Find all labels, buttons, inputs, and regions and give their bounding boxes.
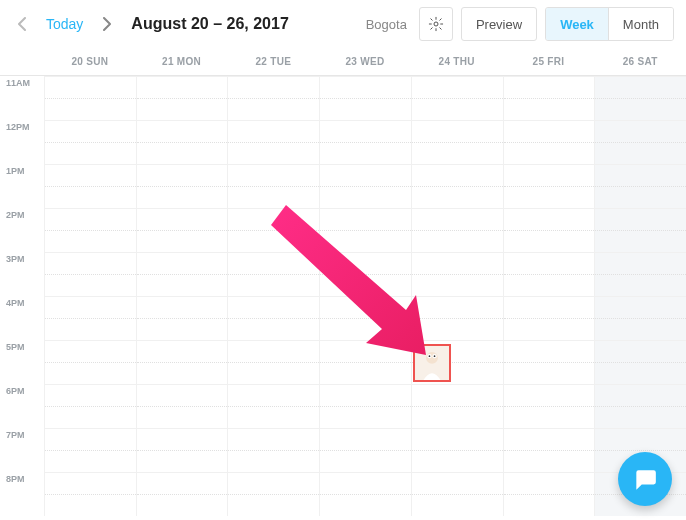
grid-cell[interactable] (44, 472, 136, 516)
grid-cell[interactable] (136, 252, 228, 296)
grid-cell[interactable] (411, 472, 503, 516)
grid-cell[interactable] (594, 164, 686, 208)
grid-cell[interactable] (136, 428, 228, 472)
grid-cell[interactable] (503, 120, 595, 164)
grid-cell[interactable] (411, 164, 503, 208)
grid-cell[interactable] (594, 208, 686, 252)
grid-cell[interactable] (44, 76, 136, 120)
avatar (415, 346, 449, 380)
grid-cell[interactable] (319, 340, 411, 384)
grid-cell[interactable] (594, 76, 686, 120)
grid-cell[interactable] (319, 120, 411, 164)
grid-cell[interactable] (503, 428, 595, 472)
grid-cell[interactable] (136, 208, 228, 252)
grid-cell[interactable] (227, 252, 319, 296)
grid-cell[interactable] (503, 164, 595, 208)
day-header-row: 20 SUN21 MON22 TUE23 WED24 THU25 FRI26 S… (0, 48, 686, 76)
grid-cell[interactable] (319, 164, 411, 208)
today-button[interactable]: Today (40, 16, 89, 32)
grid-cell[interactable] (227, 472, 319, 516)
grid-cell[interactable] (594, 340, 686, 384)
time-label: 3PM (0, 252, 44, 296)
grid-cell[interactable] (136, 76, 228, 120)
svg-point-6 (434, 355, 436, 357)
grid-cell[interactable] (44, 120, 136, 164)
grid-cell[interactable] (319, 296, 411, 340)
preview-button[interactable]: Preview (461, 7, 537, 41)
time-label: 6PM (0, 384, 44, 428)
day-header-cell: 23 WED (319, 48, 411, 75)
day-header-cell: 20 SUN (44, 48, 136, 75)
grid-cell[interactable] (319, 252, 411, 296)
grid-cell[interactable] (319, 76, 411, 120)
grid-cell[interactable] (503, 296, 595, 340)
grid-cell[interactable] (319, 428, 411, 472)
grid-cell[interactable] (44, 428, 136, 472)
calendar-toolbar: Today August 20 – 26, 2017 Bogota Previe… (0, 0, 686, 48)
chat-icon (632, 466, 658, 492)
time-label: 7PM (0, 428, 44, 472)
grid-cell[interactable] (227, 164, 319, 208)
hour-row: 2PM (0, 208, 686, 252)
grid-cell[interactable] (411, 252, 503, 296)
grid-cell[interactable] (136, 120, 228, 164)
gear-icon (428, 16, 444, 32)
grid-cell[interactable] (319, 208, 411, 252)
grid-cell[interactable] (44, 296, 136, 340)
time-label: 11AM (0, 76, 44, 120)
hour-row: 12PM (0, 120, 686, 164)
hour-row: 7PM (0, 428, 686, 472)
grid-cell[interactable] (44, 340, 136, 384)
grid-cell[interactable] (227, 340, 319, 384)
grid-cell[interactable] (136, 164, 228, 208)
date-range-title: August 20 – 26, 2017 (131, 15, 288, 33)
timezone-label[interactable]: Bogota (366, 17, 407, 32)
grid-cell[interactable] (319, 472, 411, 516)
grid-cell[interactable] (44, 252, 136, 296)
grid-cell[interactable] (411, 76, 503, 120)
grid-cell[interactable] (503, 384, 595, 428)
grid-cell[interactable] (136, 472, 228, 516)
grid-cell[interactable] (411, 384, 503, 428)
calendar-grid[interactable]: 11AM12PM1PM2PM3PM4PM5PM6PM7PM8PM (0, 76, 686, 520)
grid-cell[interactable] (227, 428, 319, 472)
calendar-event[interactable] (413, 344, 451, 382)
grid-cell[interactable] (44, 208, 136, 252)
grid-cell[interactable] (136, 296, 228, 340)
grid-cell[interactable] (594, 120, 686, 164)
grid-cell[interactable] (136, 384, 228, 428)
next-week-button[interactable] (97, 14, 117, 34)
grid-cell[interactable] (319, 384, 411, 428)
grid-cell[interactable] (594, 252, 686, 296)
grid-cell[interactable] (503, 472, 595, 516)
grid-cell[interactable] (503, 208, 595, 252)
hour-row: 6PM (0, 384, 686, 428)
settings-button[interactable] (419, 7, 453, 41)
grid-cell[interactable] (594, 296, 686, 340)
grid-cell[interactable] (44, 164, 136, 208)
time-label: 12PM (0, 120, 44, 164)
grid-cell[interactable] (227, 296, 319, 340)
month-view-button[interactable]: Month (608, 8, 673, 40)
grid-cell[interactable] (411, 208, 503, 252)
grid-cell[interactable] (227, 120, 319, 164)
grid-cell[interactable] (594, 384, 686, 428)
grid-cell[interactable] (503, 76, 595, 120)
grid-cell[interactable] (503, 252, 595, 296)
grid-cell[interactable] (227, 384, 319, 428)
grid-cell[interactable] (227, 76, 319, 120)
chevron-left-icon (18, 17, 26, 31)
day-header-cell: 22 TUE (227, 48, 319, 75)
grid-cell[interactable] (136, 340, 228, 384)
grid-cell[interactable] (411, 120, 503, 164)
grid-cell[interactable] (227, 208, 319, 252)
grid-cell[interactable] (411, 428, 503, 472)
grid-cell[interactable] (411, 296, 503, 340)
grid-cell[interactable] (44, 384, 136, 428)
week-view-button[interactable]: Week (546, 8, 608, 40)
time-label: 2PM (0, 208, 44, 252)
chat-button[interactable] (618, 452, 672, 506)
grid-cell[interactable] (503, 340, 595, 384)
hour-row: 5PM (0, 340, 686, 384)
prev-week-button[interactable] (12, 14, 32, 34)
